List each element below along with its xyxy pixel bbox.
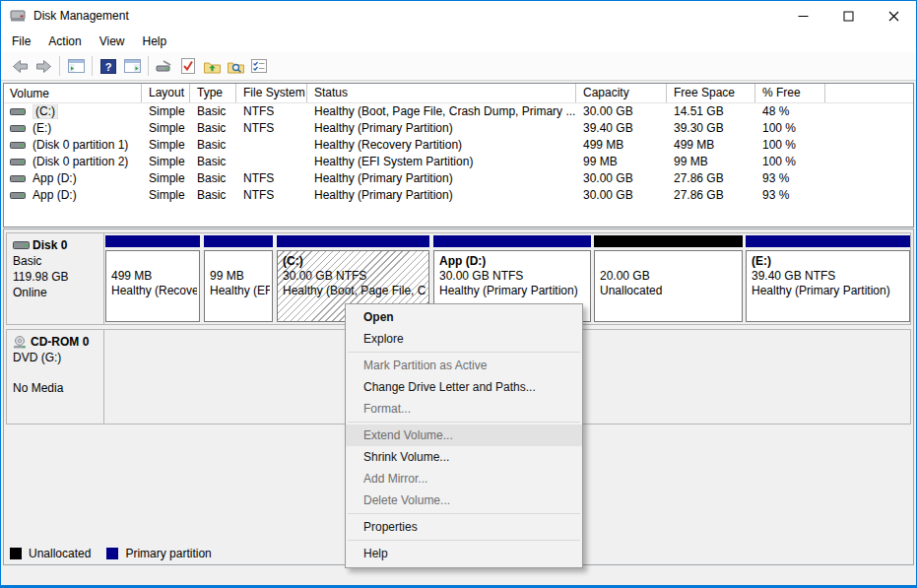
menu-help[interactable]: Help [134,31,176,52]
menu-separator [348,513,580,514]
table-row[interactable]: App (D:) Simple Basic NTFS Healthy (Prim… [4,170,913,187]
menu-item-explore[interactable]: Explore [346,328,582,350]
menubar: File Action View Help [1,31,916,52]
show-console-tree-button[interactable] [64,54,88,78]
cell-capacity: 30.00 GB [576,170,667,187]
volume-icon [10,141,26,150]
table-row[interactable]: (C:) Simple Basic NTFS Healthy (Boot, Pa… [4,103,913,120]
cell-volume: App (D:) [4,170,142,187]
col-status[interactable]: Status [307,84,576,102]
back-arrow-icon [12,59,29,74]
toolbar: ? [1,52,916,81]
folder-up-button[interactable] [200,54,224,78]
cdrom-label[interactable]: CD-ROM 0 DVD (G:) No Media [7,330,104,424]
cell-layout: Simple [142,170,190,187]
disk0-state: Online [13,285,103,300]
partition-status: Healthy (Primary Partition) [439,284,588,298]
cell-layout: Simple [142,103,190,120]
menu-item-help[interactable]: Help [346,543,582,564]
forward-arrow-icon [35,59,52,74]
cell-type: Basic [190,170,236,187]
cell-pct: 48 % [755,103,825,120]
partition-status: Healthy (Primary Partition) [752,284,907,298]
cell-status: Healthy (Boot, Page File, Crash Dump, Pr… [307,103,576,120]
window-title: Disk Management [33,9,129,23]
show-action-pane-button[interactable] [120,54,144,78]
partition-efi[interactable]: 99 MB Healthy (EFI System Partition) [204,233,273,324]
disk0-size: 119.98 GB [13,269,103,285]
col-layout[interactable]: Layout [142,84,190,102]
cdrom-blank-line [13,365,103,380]
forward-button[interactable] [32,54,55,78]
minimize-icon [798,11,809,22]
partition-status: Healthy (EFI System Partition) [210,284,270,298]
volume-name: App (D:) [33,187,77,204]
partition-color-bar [746,235,910,247]
check-disk-button[interactable] [176,54,200,78]
partition-size: 30.00 GB NTFS [439,269,588,284]
col-pct-free[interactable]: % Free [755,84,825,102]
menu-item-mark-partition-active: Mark Partition as Active [346,355,582,376]
cell-pct: 100 % [755,154,825,170]
toolbar-separator [148,56,149,76]
partition-unallocated[interactable]: 20.00 GB Unallocated [594,233,743,324]
legend-item-primary: Primary partition [106,547,211,560]
cell-fs: NTFS [236,187,307,204]
maximize-button[interactable] [825,1,871,31]
partition-e[interactable]: (E:) 39.40 GB NTFS Healthy (Primary Part… [746,233,910,324]
menu-item-open[interactable]: Open [346,306,582,328]
col-volume[interactable]: Volume [4,84,142,102]
back-button[interactable] [8,54,32,78]
table-row[interactable]: (Disk 0 partition 2) Simple Basic Health… [4,154,913,170]
cell-free: 499 MB [667,137,755,154]
menu-view[interactable]: View [91,31,134,52]
unallocated-swatch [10,548,22,559]
folder-search-button[interactable] [224,54,247,78]
cell-capacity: 30.00 GB [576,187,667,204]
disk0-name: Disk 0 [33,237,67,253]
menu-file[interactable]: File [3,31,39,52]
cell-fs: NTFS [236,120,307,137]
col-file-system[interactable]: File System [236,84,307,102]
table-row[interactable]: App (D:) Simple Basic NTFS Healthy (Prim… [4,187,913,204]
partition-size: 20.00 GB [600,269,740,284]
partition-size: 30.00 GB NTFS [283,269,426,284]
cdrom-name: CD-ROM 0 [31,334,89,350]
cell-layout: Simple [142,187,190,204]
checklist-icon [251,59,267,73]
cell-status: Healthy (EFI System Partition) [307,154,576,170]
menu-item-change-drive-letter[interactable]: Change Drive Letter and Paths... [346,376,582,398]
col-type[interactable]: Type [190,84,236,102]
cdrom-drive: DVD (G:) [13,350,103,365]
partition-box: 20.00 GB Unallocated [594,250,743,322]
disk0-label[interactable]: Disk 0 Basic 119.98 GB Online [7,233,104,324]
properties-list-button[interactable] [247,54,271,78]
cell-pct: 100 % [755,120,825,137]
disk-management-window: Disk Management File Action View Help [0,0,917,588]
cell-type: Basic [190,137,236,154]
device-tool-button[interactable] [153,54,176,78]
cell-fs [236,154,307,170]
menu-separator [348,352,580,353]
partition-box: (E:) 39.40 GB NTFS Healthy (Primary Part… [746,250,910,322]
col-capacity[interactable]: Capacity [576,84,667,102]
menu-item-shrink-volume[interactable]: Shrink Volume... [346,446,582,468]
cell-volume: (C:) [4,103,142,120]
col-free-space[interactable]: Free Space [667,84,755,102]
menu-item-format: Format... [346,398,582,420]
menu-item-add-mirror: Add Mirror... [346,468,582,490]
menu-action[interactable]: Action [39,31,90,52]
minimize-button[interactable] [780,1,825,31]
table-row[interactable]: (E:) Simple Basic NTFS Healthy (Primary … [4,120,913,137]
help-button[interactable]: ? [97,54,120,78]
maximize-icon [843,11,854,22]
partition-box: 99 MB Healthy (EFI System Partition) [204,250,273,322]
table-row[interactable]: (Disk 0 partition 1) Simple Basic Health… [4,137,913,154]
volume-icon [10,191,26,200]
partition-recovery[interactable]: 499 MB Healthy (Recovery Partition) [105,233,200,324]
partition-status: Healthy (Boot, Page File, Crash Dump, Pr… [283,284,426,298]
help-icon: ? [100,59,116,74]
legend-label: Primary partition [125,547,211,560]
menu-item-properties[interactable]: Properties [346,516,582,538]
close-button[interactable] [871,1,916,31]
